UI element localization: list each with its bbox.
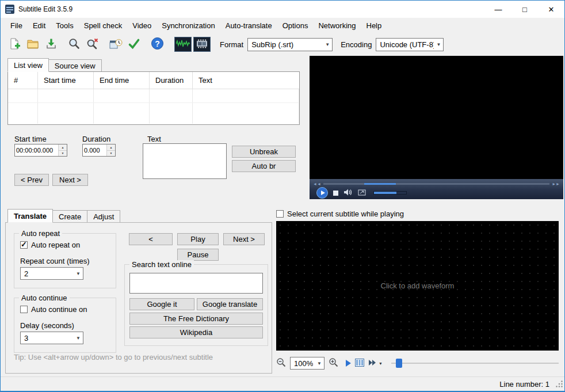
chevron-down-icon: ▼ (315, 361, 324, 366)
slider-track (391, 363, 559, 364)
search-icon (68, 37, 81, 52)
tab-translate[interactable]: Translate (7, 209, 53, 223)
visual-sync-button[interactable] (106, 36, 125, 53)
waveform-area[interactable]: Click to add waveform (276, 221, 559, 351)
close-button[interactable]: ✕ (538, 1, 564, 18)
menu-edit[interactable]: Edit (28, 19, 51, 32)
duration-input[interactable] (83, 144, 106, 156)
resize-grip[interactable] (556, 380, 563, 390)
wikipedia-button[interactable]: Wikipedia (129, 326, 263, 338)
column-duration[interactable]: Duration (150, 72, 193, 89)
duration-label: Duration (82, 135, 110, 143)
chevron-down-icon: ▼ (74, 271, 83, 276)
auto-br-button[interactable]: Auto br (232, 160, 296, 172)
auto-continue-checkbox[interactable] (20, 306, 28, 313)
duration-spinner[interactable]: ▲▼ (82, 144, 116, 157)
delay-dropdown[interactable]: 3 ▼ (20, 332, 83, 344)
chevron-down-icon[interactable]: ▼ (379, 361, 383, 366)
menu-video[interactable]: Video (127, 19, 156, 32)
minimize-button[interactable]: — (485, 1, 511, 18)
column-number[interactable]: # (8, 72, 38, 89)
volume-button[interactable] (343, 188, 353, 198)
stop-button[interactable] (333, 191, 338, 196)
menu-spell-check[interactable]: Spell check (79, 19, 127, 32)
spin-up-icon[interactable]: ▲ (107, 144, 115, 151)
pause-button[interactable]: Pause (177, 249, 219, 261)
waveform-icon (176, 39, 190, 51)
menu-tools[interactable]: Tools (51, 19, 78, 32)
menu-auto-translate[interactable]: Auto-translate (220, 19, 277, 32)
replace-button[interactable] (83, 36, 102, 53)
video-toggle-button[interactable] (193, 37, 211, 52)
waveform-toggle-button[interactable] (174, 37, 192, 52)
tab-create[interactable]: Create (52, 210, 87, 223)
seek-track[interactable] (323, 183, 549, 185)
slider-thumb[interactable] (396, 359, 402, 368)
subtitle-text-input[interactable] (143, 143, 227, 179)
tab-source-view[interactable]: Source view (48, 59, 102, 72)
volume-slider[interactable] (373, 191, 407, 195)
start-time-spinner[interactable]: ▲▼ (14, 144, 67, 157)
column-end-time[interactable]: End time (94, 72, 150, 89)
play-button[interactable] (316, 187, 328, 199)
help-button[interactable]: ? (148, 36, 166, 53)
search-online-input[interactable] (129, 273, 263, 294)
spin-up-icon[interactable]: ▲ (59, 144, 67, 151)
subtitle-list[interactable]: # Start time End time Duration Text (7, 71, 300, 125)
waveform-position-slider[interactable] (391, 357, 559, 369)
open-button[interactable] (24, 36, 42, 53)
google-it-button[interactable]: Google it (129, 298, 194, 310)
select-subtitle-checkbox-row[interactable]: Select current subtitle while playing (276, 210, 404, 218)
find-button[interactable] (65, 36, 83, 53)
save-button[interactable] (42, 36, 60, 53)
start-time-label: Start time (14, 135, 47, 143)
menu-file[interactable]: File (5, 19, 28, 32)
menu-options[interactable]: Options (277, 19, 314, 32)
waveform-play-button[interactable] (346, 360, 351, 367)
free-dictionary-button[interactable]: The Free Dictionary (129, 313, 263, 325)
encoding-dropdown[interactable]: Unicode (UTF-8) ▼ (376, 38, 444, 51)
next-subtitle-button[interactable]: Next > (52, 174, 88, 186)
new-button[interactable] (5, 36, 24, 53)
encoding-value: Unicode (UTF-8) (380, 40, 434, 49)
auto-repeat-checkbox-row[interactable]: Auto repeat on (20, 241, 80, 249)
playback-speed-button[interactable] (368, 359, 376, 368)
seek-bar[interactable]: ◄◄ ►► (313, 181, 560, 187)
video-display[interactable] (310, 56, 563, 179)
google-translate-button[interactable]: Google translate (197, 298, 263, 310)
format-dropdown[interactable]: SubRip (.srt) ▼ (247, 38, 333, 51)
auto-repeat-checkbox[interactable] (20, 241, 28, 249)
columns-icon (355, 360, 364, 368)
zoom-level-dropdown[interactable]: 100% ▼ (290, 357, 325, 370)
unbreak-button[interactable]: Unbreak (232, 146, 296, 158)
next-translate-button[interactable]: Next > (223, 233, 265, 245)
repeat-count-dropdown[interactable]: 2 ▼ (20, 267, 83, 280)
play-translate-button[interactable]: Play (177, 233, 219, 245)
menu-synchronization[interactable]: Synchronization (156, 19, 220, 32)
back-button[interactable]: < (129, 233, 173, 245)
spin-down-icon[interactable]: ▼ (59, 151, 67, 157)
menu-help[interactable]: Help (361, 19, 387, 32)
titlebar[interactable]: Subtitle Edit 3.5.9 — □ ✕ (1, 1, 564, 18)
tab-adjust[interactable]: Adjust (87, 210, 120, 223)
start-time-input[interactable] (15, 144, 58, 156)
tab-list-view[interactable]: List view (7, 58, 49, 72)
menu-networking[interactable]: Networking (313, 19, 361, 32)
zoom-out-button[interactable] (276, 357, 286, 369)
column-text[interactable]: Text (193, 72, 299, 89)
spin-down-icon[interactable]: ▼ (107, 151, 115, 157)
fullscreen-icon (358, 189, 366, 197)
fullscreen-button[interactable] (358, 189, 366, 197)
auto-repeat-group-label: Auto repeat (19, 229, 62, 238)
spell-check-button[interactable] (125, 36, 143, 53)
maximize-button[interactable]: □ (511, 1, 538, 18)
spinner-buttons[interactable]: ▲▼ (58, 144, 67, 156)
spinner-buttons[interactable]: ▲▼ (106, 144, 115, 156)
zoom-in-button[interactable] (329, 357, 338, 369)
visual-sync-icon (109, 37, 123, 52)
column-start-time[interactable]: Start time (38, 72, 94, 89)
vertical-zoom-button[interactable] (355, 359, 364, 368)
select-subtitle-checkbox[interactable] (276, 210, 284, 218)
auto-continue-checkbox-row[interactable]: Auto continue on (20, 305, 87, 314)
prev-subtitle-button[interactable]: < Prev (14, 174, 49, 186)
